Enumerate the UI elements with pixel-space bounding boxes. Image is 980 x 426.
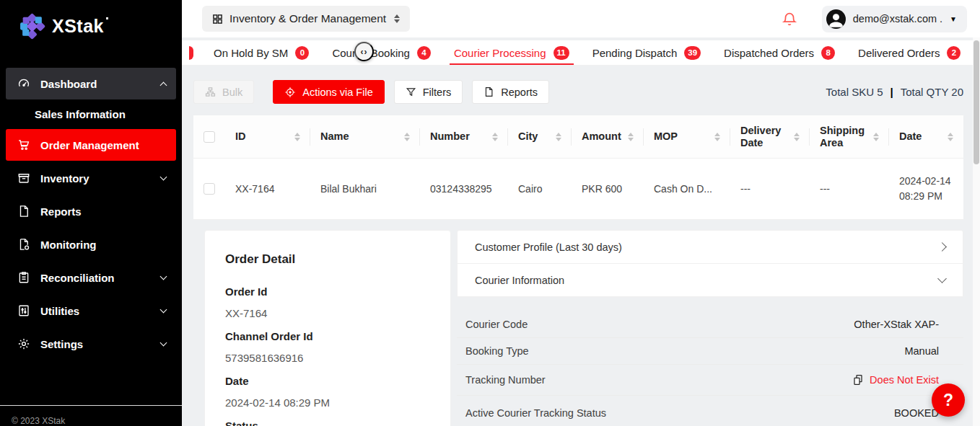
accordion-courier-information[interactable]: Courier Information [457,263,963,297]
sitemap-icon [205,86,216,97]
app-switcher-label: Inventory & Order Management [229,12,386,25]
monitoring-icon [17,238,30,251]
copyright-text: © 2023 XStak [0,406,182,426]
sort-icon[interactable] [404,133,410,141]
total-qty: Total QTY 20 [901,86,963,98]
reports-button[interactable]: Reports [472,80,549,104]
select-all-checkbox[interactable] [204,131,215,143]
column-header-amount: Amount [582,130,621,143]
tab-courier-booking[interactable]: Courier Booking 4 [320,40,442,65]
sidebar-item-label: Sales Information [35,108,126,120]
column-header-number: Number [430,130,470,143]
table-row[interactable]: XX-7164 Bilal Bukhari 03124338295 Cairo … [193,159,963,220]
field-value-channel-order-id: 5739581636916 [225,352,430,364]
tab-count-badge: 11 [554,46,569,60]
sort-icon[interactable] [556,133,561,141]
sort-icon[interactable] [948,133,953,141]
app-switcher[interactable]: Inventory & Order Management [202,6,410,32]
tab-label: Courier Processing [454,47,546,59]
sidebar-item-label: Reports [40,205,82,218]
totals-separator: | [891,86,893,98]
table-header-row: ID Name Number City Amount MOP Delivery … [193,115,963,159]
tab-label: Pending Dispatch [592,47,678,59]
scrolled-tab-badge-fragment [189,46,193,60]
inventory-icon [17,172,30,185]
cell-city: Cairo [518,183,542,195]
sidebar-item-sales-information[interactable]: Sales Information [0,101,182,129]
sidebar-item-inventory[interactable]: Inventory [6,162,176,194]
content-area: Bulk Actions via File Filters Reports [182,66,980,426]
tab-count-badge: 4 [417,46,431,60]
account-menu[interactable]: demo@xstak.com . ▼ [822,6,967,32]
sidebar-item-label: Settings [40,338,83,350]
field-value-date: 2024-02-14 08:29 PM [225,396,430,409]
sort-icon[interactable] [628,133,634,141]
field-label-date: Date [225,375,430,387]
tab-dispatched-orders[interactable]: Dispatched Orders 8 [712,40,846,65]
order-detail-title: Order Detail [225,252,430,267]
bulk-button[interactable]: Bulk [193,80,254,104]
detail-value: BOOKED [894,407,939,419]
sidebar-menu: Dashboard Sales Information Order Manage… [0,68,182,361]
tab-count-badge: 39 [684,46,701,60]
gear-icon [17,337,30,350]
actions-via-file-button[interactable]: Actions via File [273,80,385,104]
dropdown-caret-icon: ▼ [950,15,957,23]
tab-pending-dispatch[interactable]: Pending Dispatch 39 [581,40,712,65]
sidebar-collapse-toggle[interactable]: ‹› [354,42,374,61]
main-area: ‹› Inventory & Order Management demo@xst… [182,0,980,426]
courier-detail-panel: Customer Profile (Last 30 days) Courier … [457,230,963,426]
totals-summary: Total SKU 5 | Total QTY 20 [826,86,963,98]
column-header-name: Name [320,130,349,143]
column-header-city: City [518,130,538,143]
target-icon [284,86,296,98]
cell-shipping-area: --- [820,183,830,195]
filters-button-label: Filters [423,86,451,98]
chevron-down-icon [160,273,167,280]
tab-on-hold-by-sm[interactable]: On Hold By SM 0 [202,40,320,65]
sort-icon[interactable] [294,133,300,141]
logo[interactable]: XStak [0,0,182,42]
orders-table: ID Name Number City Amount MOP Delivery … [193,115,963,220]
tab-delivered-orders[interactable]: Delivered Orders 2 [846,40,972,65]
chevron-down-icon [160,174,167,181]
sidebar-item-reconciliation[interactable]: Reconciliation [6,262,176,293]
detail-value: Manual [904,345,939,357]
field-label-channel-order-id: Channel Order Id [225,330,430,342]
utilities-icon [17,304,30,317]
reports-button-label: Reports [501,86,538,98]
sidebar: XStak Dashboard Sales Information Order … [0,0,182,426]
row-checkbox[interactable] [204,183,215,195]
sidebar-item-utilities[interactable]: Utilities [6,295,176,327]
sidebar-item-reports[interactable]: Reports [6,195,176,227]
sidebar-item-order-management[interactable]: Order Management [6,129,176,161]
sort-icon[interactable] [714,133,720,141]
sort-icon[interactable] [873,133,879,141]
actions-via-file-label: Actions via File [302,86,373,98]
sidebar-item-label: Utilities [40,305,79,317]
accordion-customer-profile[interactable]: Customer Profile (Last 30 days) [457,230,963,264]
sort-icon[interactable] [794,133,800,141]
detail-row-active-tracking-status: Active Courier Tracking Status BOOKED [457,404,963,426]
account-email: demo@xstak.com . [853,13,942,25]
sort-icon[interactable] [492,133,498,141]
scrollbar-thumb[interactable] [974,40,979,164]
total-sku: Total SKU 5 [826,86,883,98]
field-label-status: Status [225,420,430,426]
copy-icon[interactable] [852,374,864,386]
sidebar-item-settings[interactable]: Settings [6,328,176,360]
column-header-mop: MOP [654,130,678,143]
help-button[interactable]: ? [932,383,965,417]
filters-button[interactable]: Filters [394,80,463,104]
avatar [826,9,846,29]
sidebar-item-label: Monitoring [40,239,96,251]
sidebar-item-dashboard[interactable]: Dashboard [6,68,176,99]
tab-courier-processing[interactable]: Courier Processing 11 [442,40,581,65]
tab-label: On Hold By SM [214,47,288,59]
tracking-status-text: Does Not Exist [870,374,939,386]
sidebar-item-label: Order Management [40,139,139,151]
sidebar-item-monitoring[interactable]: Monitoring [6,228,176,260]
notification-bell-icon[interactable] [782,11,797,27]
field-label-order-id: Order Id [225,285,430,298]
cell-date: 2024-02-14 08:29 PM [899,174,958,204]
